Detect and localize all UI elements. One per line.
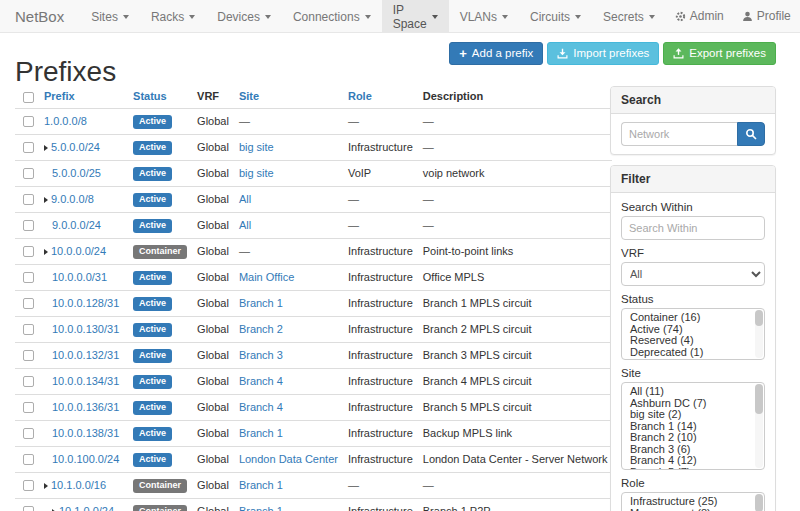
listbox-option[interactable]: Container (16) [622,312,764,324]
row-checkbox[interactable] [23,246,34,257]
chevron-down-icon [575,15,581,19]
prefix-link[interactable]: 1.0.0.0/8 [44,115,87,127]
listbox-option[interactable]: big site (2) [622,409,764,421]
prefix-link[interactable]: 10.0.0.128/31 [52,297,119,309]
prefix-link[interactable]: 10.0.0.136/31 [52,401,119,413]
status-badge: Container [133,505,187,511]
site-link[interactable]: Branch 4 [239,401,283,413]
site-link[interactable]: Branch 1 [239,479,283,491]
admin-link[interactable]: Admin [666,9,733,23]
site-link[interactable]: big site [239,167,274,179]
listbox-option[interactable]: Active (74) [622,324,764,336]
row-checkbox[interactable] [23,142,34,153]
listbox-option[interactable]: Branch 3 (6) [622,444,764,456]
listbox-option[interactable]: Branch 5 (7) [622,467,764,471]
scrollbar-track[interactable] [755,310,763,358]
nav-item-circuits: Circuits [519,0,592,32]
import-prefixes-button[interactable]: Import prefixes [547,42,659,65]
prefix-link[interactable]: 10.0.100.0/24 [52,453,119,465]
search-within-label: Search Within [621,201,765,213]
row-checkbox[interactable] [23,220,34,231]
prefix-link[interactable]: 10.0.0.0/24 [51,245,106,257]
row-checkbox[interactable] [23,350,34,361]
search-button[interactable] [737,122,765,146]
prefix-link[interactable]: 9.0.0.0/8 [51,193,94,205]
description-cell: Branch 1 MPLS circuit [423,297,532,309]
site-link[interactable]: All [239,193,251,205]
listbox-option[interactable]: Branch 4 (12) [622,455,764,467]
row-checkbox[interactable] [23,324,34,335]
site-link[interactable]: London Data Center [239,453,338,465]
nav-item-label: Circuits [530,10,570,24]
add-prefix-button[interactable]: + Add a prefix [449,42,543,65]
description-cell: Office MPLS [423,271,485,283]
prefix-link[interactable]: 10.1.0.0/16 [51,479,106,491]
select-all-checkbox[interactable] [23,92,34,103]
site-link[interactable]: Branch 4 [239,375,283,387]
table-row: 10.0.0.128/31ActiveGlobalBranch 1Infrast… [15,290,612,316]
site-link[interactable]: Branch 3 [239,349,283,361]
prefix-link[interactable]: 10.0.0.138/31 [52,427,119,439]
scrollbar-thumb[interactable] [755,494,763,511]
sort-status[interactable]: Status [133,90,167,102]
site-link[interactable]: Branch 2 [239,323,283,335]
row-checkbox[interactable] [23,116,34,127]
row-checkbox[interactable] [23,428,34,439]
site-link[interactable]: Branch 1 [239,505,283,511]
user-nav: Admin Profile Log out [666,0,800,32]
nav-item-label: Devices [217,10,260,24]
export-prefixes-button[interactable]: Export prefixes [663,42,776,65]
row-checkbox[interactable] [23,402,34,413]
row-checkbox[interactable] [23,506,34,511]
listbox-option[interactable]: Infrastructure (25) [622,496,764,508]
site-link[interactable]: Branch 1 [239,427,283,439]
empty-value: — [348,479,359,491]
profile-link[interactable]: Profile [733,9,800,23]
scrollbar-thumb[interactable] [755,384,763,414]
listbox-option[interactable]: Management (8) [622,508,764,511]
vrf-cell: Global [192,420,234,446]
sort-prefix[interactable]: Prefix [44,90,75,102]
row-checkbox[interactable] [23,480,34,491]
search-within-input[interactable] [621,216,765,240]
listbox-option[interactable]: Branch 1 (14) [622,421,764,433]
row-checkbox[interactable] [23,272,34,283]
listbox-option[interactable]: Branch 2 (10) [622,432,764,444]
listbox-option[interactable]: Ashburn DC (7) [622,398,764,410]
scrollbar-thumb[interactable] [755,310,763,326]
role-cell: Infrastructure [348,245,413,257]
chevron-down-icon [432,15,438,19]
prefix-link[interactable]: 5.0.0.0/25 [52,167,101,179]
prefix-link[interactable]: 10.0.0.134/31 [52,375,119,387]
nav-item-label: Secrets [603,10,644,24]
row-checkbox[interactable] [23,194,34,205]
row-checkbox[interactable] [23,168,34,179]
sort-role[interactable]: Role [348,90,372,102]
site-link[interactable]: All [239,219,251,231]
row-checkbox[interactable] [23,376,34,387]
brand-logo[interactable]: NetBox [0,0,80,32]
sort-site[interactable]: Site [239,90,259,102]
prefix-link[interactable]: 9.0.0.0/24 [52,219,101,231]
listbox-option[interactable]: All (11) [622,386,764,398]
scrollbar-track[interactable] [755,384,763,468]
vrf-select[interactable]: All [621,262,765,286]
status-badge: Active [133,297,172,311]
site-link[interactable]: Main Office [239,271,294,283]
role-cell: Infrastructure [348,323,413,335]
row-checkbox[interactable] [23,298,34,309]
site-link[interactable]: big site [239,141,274,153]
table-row: 9.0.0.0/8ActiveGlobalAll—— [15,186,612,212]
status-badge: Container [133,245,187,259]
row-checkbox[interactable] [23,454,34,465]
prefix-link[interactable]: 10.1.0.0/24 [59,505,114,511]
listbox-option[interactable]: Deprecated (1) [622,347,764,359]
scrollbar-track[interactable] [755,494,763,511]
search-input[interactable] [621,122,737,146]
prefix-link[interactable]: 5.0.0.0/24 [51,141,100,153]
prefix-link[interactable]: 10.0.0.130/31 [52,323,119,335]
prefix-link[interactable]: 10.0.0.132/31 [52,349,119,361]
prefix-link[interactable]: 10.0.0.0/31 [52,271,107,283]
listbox-option[interactable]: Reserved (4) [622,335,764,347]
site-link[interactable]: Branch 1 [239,297,283,309]
